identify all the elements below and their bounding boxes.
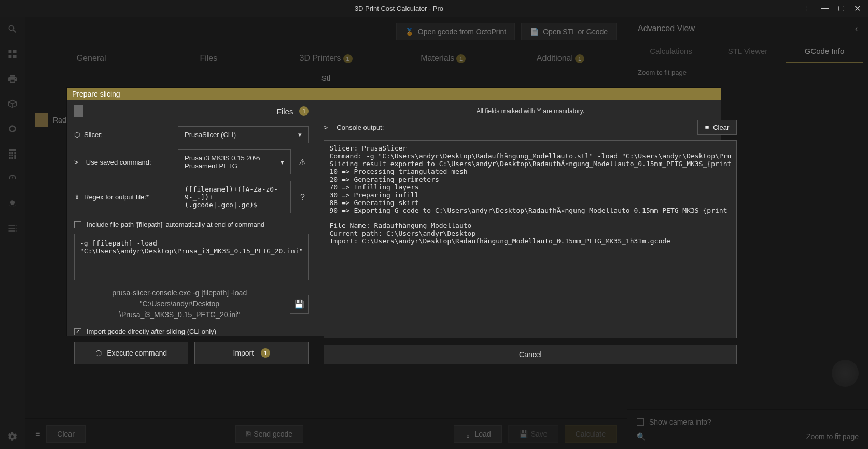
- octopus-icon[interactable]: [7, 198, 18, 209]
- open-stl-label: Open STL or Gcode: [543, 28, 608, 36]
- tab-gcode-info[interactable]: GCode Info: [786, 40, 863, 63]
- tab-printers[interactable]: 3D Printers1: [270, 48, 382, 69]
- cube-icon: ⬡: [95, 349, 102, 357]
- include-filepath-label: Include file path '[filepath]' automatic…: [87, 221, 264, 228]
- save-button[interactable]: 💾Save: [508, 425, 558, 443]
- cube-icon[interactable]: [7, 99, 18, 109]
- grid-icon[interactable]: [7, 49, 18, 59]
- open-octoprint-button[interactable]: 🏅 Open gcode from OctoPrint: [396, 23, 515, 40]
- cancel-button[interactable]: Cancel: [324, 345, 737, 364]
- 3d-gizmo[interactable]: [832, 360, 859, 387]
- list-icon[interactable]: [7, 223, 18, 234]
- send-gcode-button[interactable]: ⎘ Send gcode: [235, 425, 303, 443]
- subheader-stl: Stl: [25, 70, 627, 87]
- settings-icon[interactable]: [7, 431, 18, 442]
- terminal-icon: >_: [324, 124, 331, 131]
- titlebar: 3D Print Cost Calculator - Pro ⬚ — ▢ ✕: [0, 0, 868, 17]
- share-icon: ⇪: [74, 193, 80, 201]
- minimize-icon[interactable]: —: [821, 4, 829, 13]
- console-output[interactable]: Slicer: PrusaSlicer Command: -g "C:\User…: [324, 140, 737, 338]
- files-label: Files: [277, 107, 293, 116]
- file-icon: [35, 113, 48, 127]
- upload-icon: ⎘: [246, 430, 250, 438]
- download-icon: ⭳: [465, 430, 472, 438]
- save-icon: 💾: [519, 430, 528, 438]
- zoom-label: Zoom to fit page: [627, 63, 868, 81]
- load-button[interactable]: ⭳Load: [454, 425, 502, 443]
- show-camera-label: Show camera info?: [649, 418, 711, 426]
- advanced-view-title: Advanced View: [638, 24, 695, 33]
- include-filepath-checkbox[interactable]: [74, 221, 81, 228]
- saved-command-select[interactable]: Prusa i3 MK3S 0.15 20% Prusament PETG▾: [178, 149, 291, 174]
- zoom-fit-button[interactable]: Zoom to fit page: [806, 432, 859, 441]
- help-icon[interactable]: ?: [296, 193, 309, 202]
- chevron-left-icon[interactable]: ‹: [855, 24, 858, 33]
- chevron-down-icon: ▾: [298, 131, 302, 139]
- tab-files[interactable]: Files: [152, 48, 264, 68]
- open-octoprint-label: Open gcode from OctoPrint: [418, 28, 506, 36]
- dialog-title: Prepare slicing: [67, 88, 721, 100]
- bottom-bar: ≡ Clear ⎘ Send gcode ⭳Load 💾Save Calcula…: [25, 418, 627, 449]
- chevron-down-icon: ▾: [281, 158, 284, 166]
- regex-input[interactable]: ([filename])+([A-Za-z0-9-_.])+(.gcode|.g…: [178, 181, 291, 213]
- command-preview: prusa-slicer-console.exe -g [filepath] -…: [74, 288, 285, 320]
- console-output-label: Console output:: [337, 124, 384, 131]
- tab-calculations[interactable]: Calculations: [633, 40, 709, 63]
- slicer-label: Slicer:: [84, 131, 103, 139]
- box-icon[interactable]: ⬚: [805, 4, 812, 13]
- main-tabs: General Files 3D Printers1 Materials1 Ad…: [25, 47, 627, 70]
- import-after-checkbox[interactable]: ✓: [74, 328, 81, 335]
- tab-stl-viewer[interactable]: STL Viewer: [709, 40, 786, 63]
- close-icon[interactable]: ✕: [854, 4, 861, 13]
- warning-icon[interactable]: ⚠: [296, 157, 309, 167]
- svg-point-0: [10, 200, 15, 205]
- mandatory-note: All fields marked with '*' are mandatory…: [324, 105, 737, 120]
- spool-icon[interactable]: [7, 124, 18, 134]
- show-camera-checkbox[interactable]: [637, 418, 644, 426]
- search-icon[interactable]: 🔍: [637, 432, 646, 441]
- terminal-icon: >_: [74, 158, 82, 166]
- import-button[interactable]: Import 1: [194, 342, 309, 364]
- tab-additional[interactable]: Additional1: [505, 48, 617, 69]
- printer-icon[interactable]: [7, 74, 18, 84]
- tab-materials[interactable]: Materials1: [387, 48, 499, 69]
- execute-command-button[interactable]: ⬡ Execute command: [74, 342, 188, 364]
- window-title: 3D Print Cost Calculator - Pro: [0, 5, 798, 12]
- badge-icon: 🏅: [405, 28, 414, 36]
- command-textarea[interactable]: -g [filepath] -load "C:\Users\andyr\Desk…: [74, 234, 309, 280]
- slicer-select[interactable]: PrusaSlicer (CLI)▾: [178, 126, 309, 143]
- menu-icon[interactable]: ≡: [35, 429, 40, 439]
- gauge-icon[interactable]: [7, 173, 18, 184]
- import-after-label: Import gcode directly after slicing (CLI…: [87, 328, 216, 335]
- regex-label: Regex for output file:*: [84, 193, 149, 201]
- calculate-button[interactable]: Calculate: [565, 425, 617, 443]
- saved-command-label: Use saved command:: [86, 158, 151, 166]
- open-stl-button[interactable]: 📄 Open STL or Gcode: [521, 23, 617, 40]
- clear-console-button[interactable]: ≡ Clear: [697, 120, 737, 135]
- save-command-button[interactable]: 💾: [290, 295, 309, 314]
- maximize-icon[interactable]: ▢: [838, 4, 845, 13]
- tab-general[interactable]: General: [35, 48, 147, 68]
- prepare-slicing-dialog: Prepare slicing Files 1 ⬡Slicer: PrusaSl…: [66, 87, 721, 336]
- calculator-icon[interactable]: [7, 148, 18, 159]
- search-icon[interactable]: [7, 24, 18, 34]
- file-icon: [74, 105, 83, 117]
- files-badge: 1: [299, 106, 309, 116]
- cube-icon: ⬡: [74, 131, 80, 139]
- file-icon: 📄: [530, 28, 539, 36]
- sidebar: [0, 17, 25, 449]
- clear-button[interactable]: Clear: [46, 425, 85, 443]
- clear-icon: ≡: [705, 124, 709, 131]
